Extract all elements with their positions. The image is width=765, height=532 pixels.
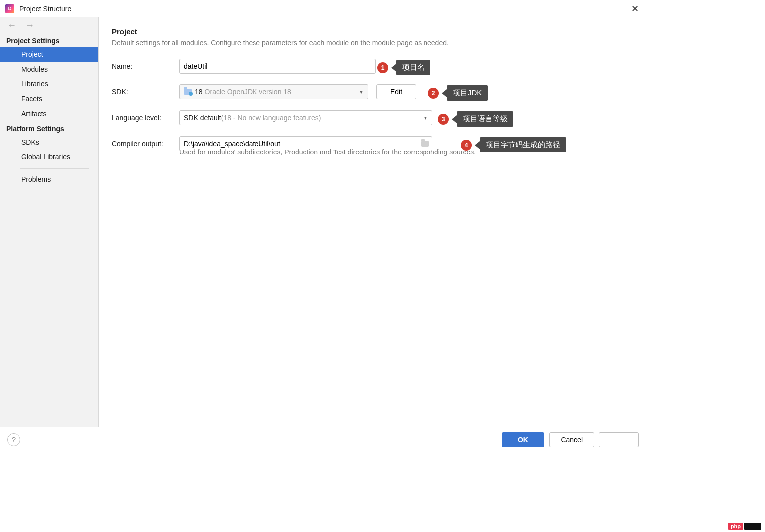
- row-language-level: Language level: SDK default (18 - No new…: [112, 110, 633, 125]
- callout-text-4: 项目字节码生成的路径: [480, 137, 566, 152]
- lang-hint: (18 - No new language features): [221, 114, 321, 122]
- sidebar-item-global-libraries[interactable]: Global Libraries: [0, 150, 98, 164]
- project-structure-window: Project Structure ✕ ← → Project Settings…: [0, 0, 646, 452]
- callout-badge-4: 4: [461, 140, 472, 151]
- edit-mnemonic: E: [390, 88, 395, 96]
- sdk-number: 18: [195, 88, 203, 96]
- sdk-edit-button[interactable]: Edit: [376, 84, 416, 99]
- intellij-icon: [5, 4, 14, 13]
- label-sdk: SDK:: [112, 88, 179, 96]
- lang-default: SDK default: [184, 114, 221, 122]
- callout-arrow-icon: [391, 64, 396, 72]
- edit-rest: dit: [395, 88, 402, 96]
- nav-back-icon[interactable]: ←: [7, 20, 16, 31]
- lang-mnemonic: L: [112, 114, 116, 122]
- callout-2: 2 项目JDK: [428, 85, 488, 101]
- window-title: Project Structure: [19, 5, 71, 13]
- section-title: Project: [112, 27, 633, 36]
- sidebar-item-project[interactable]: Project: [0, 47, 98, 62]
- sidebar-separator: [20, 168, 89, 169]
- sidebar-item-problems[interactable]: Problems: [0, 172, 98, 187]
- project-name-input[interactable]: [179, 59, 376, 74]
- sdk-version: Oracle OpenJDK version 18: [205, 88, 291, 96]
- row-name: Name: 1 项目名: [112, 59, 633, 74]
- chevron-down-icon: ▼: [423, 115, 428, 121]
- section-description: Default settings for all modules. Config…: [112, 39, 633, 47]
- sidebar-item-libraries[interactable]: Libraries: [0, 76, 98, 91]
- sidebar-category-platform-settings: Platform Settings: [0, 121, 98, 135]
- nav-forward-icon[interactable]: →: [25, 20, 34, 31]
- titlebar: Project Structure ✕: [0, 0, 646, 17]
- compiler-output-field: [179, 136, 432, 151]
- footer: ? OK Cancel php: [0, 427, 646, 452]
- callout-arrow-icon: [442, 89, 447, 97]
- sidebar-item-facets[interactable]: Facets: [0, 91, 98, 106]
- callout-3: 3 项目语言等级: [438, 111, 513, 127]
- close-icon[interactable]: ✕: [629, 3, 641, 14]
- sdk-folder-icon: [184, 89, 192, 95]
- row-compiler-output: Compiler output: 4 项目字节码生成的路径: [112, 136, 633, 151]
- callout-4: 4 项目字节码生成的路径: [461, 137, 566, 152]
- nav-history: ← →: [0, 17, 98, 33]
- callout-badge-1: 1: [377, 62, 388, 73]
- callout-text-1: 项目名: [396, 60, 430, 75]
- sdk-combobox[interactable]: 18 Oracle OpenJDK version 18 ▼: [179, 84, 368, 99]
- callout-1: 1 项目名: [377, 60, 430, 75]
- callout-text-3: 项目语言等级: [457, 111, 513, 127]
- compiler-output-input[interactable]: [184, 140, 419, 148]
- row-sdk: SDK: 18 Oracle OpenJDK version 18 ▼ Edit…: [112, 84, 633, 99]
- help-button[interactable]: ?: [7, 433, 20, 446]
- callout-arrow-icon: [452, 115, 457, 123]
- ok-button[interactable]: OK: [502, 432, 544, 447]
- lang-rest: anguage level:: [116, 114, 161, 122]
- body: ← → Project Settings Project Modules Lib…: [0, 17, 646, 427]
- sidebar-item-modules[interactable]: Modules: [0, 62, 98, 76]
- label-compiler-output: Compiler output:: [112, 140, 179, 148]
- label-name: Name:: [112, 62, 179, 70]
- sidebar: ← → Project Settings Project Modules Lib…: [0, 17, 99, 427]
- callout-badge-3: 3: [438, 114, 449, 125]
- callout-badge-2: 2: [428, 88, 439, 99]
- apply-button[interactable]: [599, 432, 639, 447]
- label-language-level: Language level:: [112, 114, 179, 122]
- chevron-down-icon: ▼: [359, 89, 364, 95]
- callout-text-2: 项目JDK: [447, 85, 488, 101]
- cancel-button[interactable]: Cancel: [549, 432, 594, 447]
- browse-folder-icon[interactable]: [421, 141, 429, 147]
- content-panel: Project Default settings for all modules…: [99, 17, 646, 427]
- callout-arrow-icon: [475, 141, 480, 149]
- sidebar-item-sdks[interactable]: SDKs: [0, 135, 98, 150]
- sidebar-item-artifacts[interactable]: Artifacts: [0, 106, 98, 121]
- sidebar-category-project-settings: Project Settings: [0, 33, 98, 47]
- language-level-combobox[interactable]: SDK default (18 - No new language featur…: [179, 110, 432, 125]
